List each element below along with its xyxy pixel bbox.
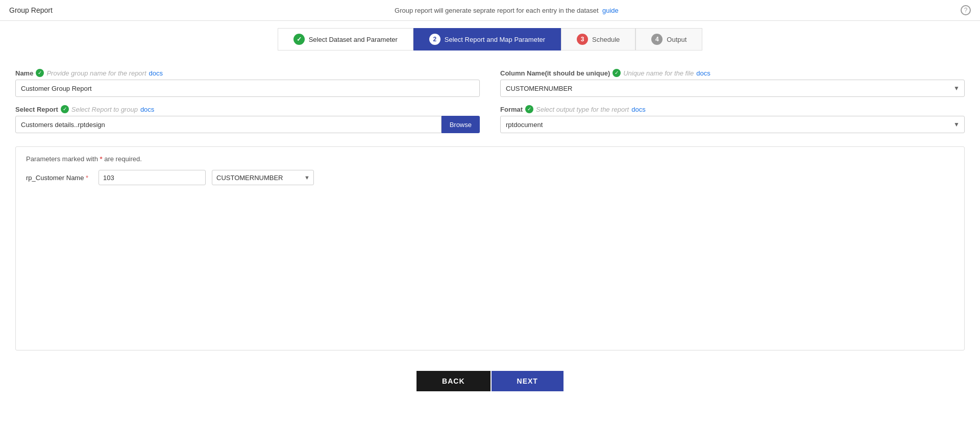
param-row-0: rp_Customer Name * CUSTOMERNUMBER Option…: [26, 170, 954, 185]
form-row-1: Name ✓ Provide group name for the report…: [15, 69, 965, 97]
top-bar: Group Report Group report will generate …: [0, 0, 980, 21]
step-4-circle: 4: [651, 34, 663, 45]
form-row-2: Select Report ✓ Select Report to group d…: [15, 105, 965, 133]
name-check-icon: ✓: [36, 69, 44, 77]
step-2-label: Select Report and Map Parameter: [445, 36, 545, 43]
param-select-0[interactable]: CUSTOMERNUMBER Option2: [212, 170, 314, 185]
step-2-circle: 2: [429, 34, 440, 45]
select-report-hint: Select Report to group: [71, 106, 138, 113]
param-name-0: rp_Customer Name *: [26, 174, 92, 182]
params-note: Parameters marked with * are required.: [26, 155, 954, 163]
param-select-wrapper-0: CUSTOMERNUMBER Option2 ▼: [212, 170, 314, 185]
step-1-circle: ✓: [293, 34, 305, 45]
form-col-column-name: Column Name(it should be unique) ✓ Uniqu…: [500, 69, 965, 97]
column-name-label: Column Name(it should be unique) ✓ Uniqu…: [500, 69, 965, 77]
step-1-label: Select Dataset and Parameter: [309, 36, 398, 43]
help-icon[interactable]: ?: [961, 5, 971, 15]
name-input[interactable]: [15, 80, 480, 97]
form-col-name: Name ✓ Provide group name for the report…: [15, 69, 480, 97]
step-1[interactable]: ✓ Select Dataset and Parameter: [278, 28, 413, 51]
step-2[interactable]: 2 Select Report and Map Parameter: [413, 28, 561, 51]
column-name-docs-link[interactable]: docs: [696, 69, 710, 77]
top-bar-info-text: Group report will generate seprate repor…: [395, 7, 599, 14]
select-report-docs-link[interactable]: docs: [140, 106, 154, 113]
page-title: Group Report: [9, 6, 53, 14]
select-report-check-icon: ✓: [61, 105, 69, 113]
format-hint: Select output type for the report: [536, 106, 629, 113]
select-report-label: Select Report ✓ Select Report to group d…: [15, 105, 480, 113]
name-hint: Provide group name for the report: [46, 69, 146, 77]
top-bar-info: Group report will generate seprate repor…: [395, 7, 619, 14]
params-required-star: *: [100, 155, 103, 163]
name-label-text: Name: [15, 69, 33, 77]
next-button[interactable]: NEXT: [492, 371, 564, 391]
guide-link[interactable]: guide: [602, 7, 619, 14]
report-file-input[interactable]: [15, 116, 442, 133]
stepper: ✓ Select Dataset and Parameter 2 Select …: [0, 21, 980, 60]
format-select-wrapper: rptdocument PDF HTML Excel ▼: [500, 116, 965, 133]
form-area: Name ✓ Provide group name for the report…: [0, 60, 980, 146]
step-3[interactable]: 3 Schedule: [561, 28, 635, 51]
column-name-select[interactable]: CUSTOMERNUMBER Option2: [500, 80, 965, 97]
browse-button[interactable]: Browse: [442, 116, 480, 133]
form-col-format: Format ✓ Select output type for the repo…: [500, 105, 965, 133]
back-button[interactable]: BACK: [416, 371, 490, 391]
column-name-label-text: Column Name(it should be unique): [500, 69, 610, 77]
form-col-select-report: Select Report ✓ Select Report to group d…: [15, 105, 480, 133]
column-name-check-icon: ✓: [612, 69, 621, 77]
params-note-prefix: Parameters marked with: [26, 155, 98, 163]
params-box: Parameters marked with * are required. r…: [15, 146, 965, 350]
column-name-select-wrapper: CUSTOMERNUMBER Option2 ▼: [500, 80, 965, 97]
name-label: Name ✓ Provide group name for the report…: [15, 69, 480, 77]
column-name-hint: Unique name for the file: [623, 69, 694, 77]
step-3-circle: 3: [577, 34, 588, 45]
select-report-label-text: Select Report: [15, 106, 58, 113]
bottom-bar: BACK NEXT: [0, 361, 980, 407]
name-docs-link[interactable]: docs: [149, 69, 163, 77]
format-select[interactable]: rptdocument PDF HTML Excel: [500, 116, 965, 133]
param-input-0[interactable]: [99, 170, 206, 185]
report-input-row: Browse: [15, 116, 480, 133]
step-4[interactable]: 4 Output: [635, 28, 702, 51]
step-3-label: Schedule: [592, 36, 620, 43]
format-label: Format ✓ Select output type for the repo…: [500, 105, 965, 113]
format-docs-link[interactable]: docs: [631, 106, 645, 113]
format-label-text: Format: [500, 106, 523, 113]
param-required-star-0: *: [86, 174, 88, 182]
step-4-label: Output: [667, 36, 687, 43]
params-note-suffix: are required.: [104, 155, 142, 163]
format-check-icon: ✓: [525, 105, 533, 113]
